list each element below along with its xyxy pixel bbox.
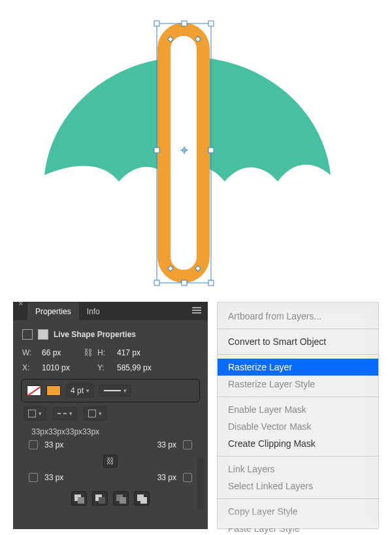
close-icon[interactable]: × <box>18 299 24 308</box>
corner-tr-field[interactable]: 33 px <box>146 440 176 449</box>
panel-menu-icon[interactable] <box>192 305 204 316</box>
ctx-convert-smart-object[interactable]: Convert to Smart Object <box>218 333 378 350</box>
dash-dropdown[interactable]: ▾ <box>53 407 77 420</box>
svg-rect-4 <box>208 148 214 153</box>
svg-rect-0 <box>154 21 159 26</box>
shape-icon <box>22 329 33 340</box>
fill-swatch[interactable] <box>27 385 41 396</box>
section-live-shape: Live Shape Properties <box>13 320 208 345</box>
layer-context-menu: Artboard from Layers... Convert to Smart… <box>217 302 379 529</box>
ctx-enable-layer-mask: Enable Layer Mask <box>218 401 378 418</box>
link-corners-icon[interactable]: ⛓ <box>103 455 118 468</box>
cap-dropdown[interactable]: ▾ <box>24 406 46 421</box>
corner-tl-icon <box>29 440 38 449</box>
height-field[interactable]: 417 px <box>117 348 154 357</box>
stroke-style-icon <box>104 390 121 391</box>
tab-info[interactable]: Info <box>79 302 108 320</box>
link-wh-icon[interactable]: ⛓ <box>84 348 92 357</box>
ctx-select-linked-layers: Select Linked Layers <box>218 478 378 494</box>
width-field[interactable]: 66 px <box>42 348 78 357</box>
ctx-artboard-from-layers: Artboard from Layers... <box>218 308 378 325</box>
mask-icon <box>38 329 48 340</box>
svg-rect-7 <box>208 280 214 285</box>
ctx-rasterize-layer-style: Rasterize Layer Style <box>218 376 378 393</box>
ctx-rasterize-layer[interactable]: Rasterize Layer <box>218 359 378 376</box>
width-label: W: <box>22 348 37 357</box>
ctx-disable-vector-mask: Disable Vector Mask <box>218 418 378 435</box>
ctx-separator <box>218 397 378 397</box>
y-field[interactable]: 585,99 px <box>117 363 154 372</box>
ctx-separator <box>218 329 378 329</box>
canvas-area <box>0 0 392 298</box>
pathfinder-intersect[interactable] <box>113 491 129 506</box>
ctx-fade <box>218 511 378 528</box>
pathfinder-exclude[interactable] <box>134 491 150 506</box>
stroke-controls: 4 pt▾ ▾ <box>21 379 200 402</box>
tab-properties[interactable]: Properties <box>27 302 79 320</box>
height-label: H: <box>97 348 112 357</box>
ctx-link-layers: Link Layers <box>218 461 378 478</box>
umbrella-illustration <box>0 0 392 298</box>
x-field[interactable]: 1010 px <box>42 363 78 372</box>
pathfinder-subtract[interactable] <box>92 491 108 506</box>
corner-br-field[interactable]: 33 px <box>146 473 176 482</box>
panel-tab-bar: × Properties Info <box>13 302 208 320</box>
svg-rect-3 <box>154 148 159 153</box>
svg-rect-1 <box>182 21 187 26</box>
corner-br-icon <box>183 473 192 482</box>
corner-bl-field[interactable]: 33 px <box>44 473 74 482</box>
corner-bl-icon <box>29 473 38 482</box>
ctx-create-clipping-mask[interactable]: Create Clipping Mask <box>218 435 378 452</box>
corner-summary: 33px33px33px33px <box>13 423 208 438</box>
section-title-label: Live Shape Properties <box>54 330 136 339</box>
corner-tr-icon <box>183 440 192 449</box>
corner-tl-field[interactable]: 33 px <box>44 440 74 449</box>
ctx-separator <box>218 456 378 457</box>
svg-rect-5 <box>154 280 159 285</box>
properties-panel: × Properties Info Live Shape Properties … <box>13 302 208 529</box>
svg-rect-6 <box>182 280 187 285</box>
y-label: Y: <box>97 363 112 372</box>
pathfinder-unite[interactable] <box>71 491 87 506</box>
align-dropdown[interactable]: ▾ <box>84 406 106 421</box>
stroke-style-dropdown[interactable]: ▾ <box>99 385 131 397</box>
stroke-swatch[interactable] <box>46 385 61 396</box>
pathfinder-row <box>13 485 208 506</box>
panel-scrollbar[interactable] <box>197 457 204 510</box>
x-label: X: <box>22 363 37 372</box>
ctx-separator <box>218 498 378 499</box>
svg-rect-2 <box>208 21 214 26</box>
stroke-weight-field[interactable]: 4 pt▾ <box>66 383 94 398</box>
ctx-separator <box>218 354 378 355</box>
umbrella-stick[interactable] <box>164 29 203 276</box>
